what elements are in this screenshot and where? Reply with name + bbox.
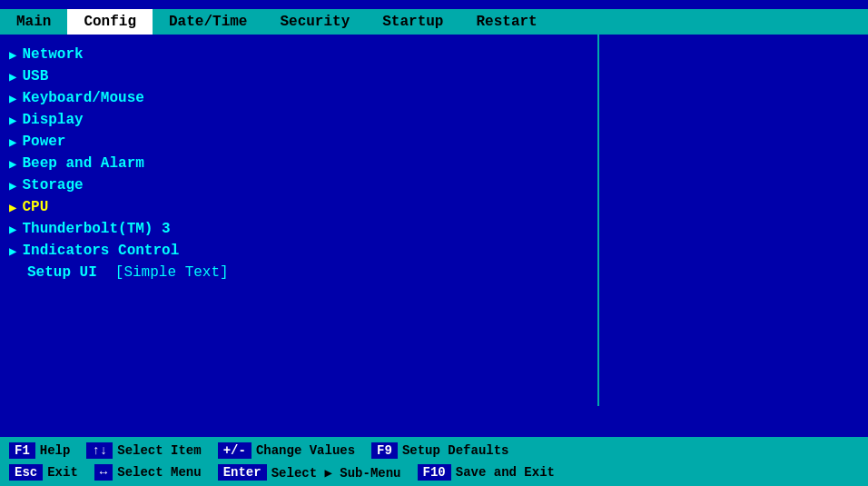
bottom-key: F10 [418,464,451,481]
bottom-bar: F1Help↑↓Select Item+/-Change ValuesF9Set… [0,437,868,486]
menu-label: USB [22,68,48,84]
nav-item-security[interactable]: Security [263,9,366,35]
menu-item-indicators-control[interactable]: ▶Indicators Control [9,240,588,262]
menu-label: Indicators Control [22,243,179,259]
menu-label: Display [22,112,83,128]
bottom-desc: Select ▶ Sub-Menu [271,465,401,481]
bottom-item: EnterSelect ▶ Sub-Menu [218,464,401,481]
arrow-icon: ▶ [9,47,16,63]
menu-label: Network [22,46,83,63]
arrow-icon: ▶ [9,200,16,215]
bottom-desc: Select Menu [117,465,201,480]
bottom-row-2: EscExit↔Select MenuEnterSelect ▶ Sub-Men… [9,464,859,481]
menu-label: Power [22,134,65,150]
bottom-item: +/-Change Values [218,442,355,459]
menu-label: Keyboard/Mouse [22,90,143,106]
menu-item-thunderbolt-tm--3[interactable]: ▶Thunderbolt(TM) 3 [9,218,588,240]
arrow-icon: ▶ [9,222,16,237]
arrow-icon: ▶ [9,113,16,128]
menu-label: Setup UI [27,264,97,281]
bottom-key: F1 [9,442,35,459]
menu-item-usb[interactable]: ▶USB [9,65,588,87]
bottom-item: ↑↓Select Item [86,442,201,459]
menu-item-display[interactable]: ▶Display [9,109,588,131]
page-title [0,0,868,9]
menu-label: Beep and Alarm [22,155,143,172]
menu-label: Thunderbolt(TM) 3 [22,221,170,237]
bottom-row-1: F1Help↑↓Select Item+/-Change ValuesF9Set… [9,442,859,459]
left-panel: ▶Network▶USB▶Keyboard/Mouse▶Display▶Powe… [0,35,599,406]
menu-label: CPU [22,199,48,215]
menu-item-network[interactable]: ▶Network [9,44,588,65]
menu-item-power[interactable]: ▶Power [9,131,588,153]
bottom-desc: Exit [47,465,78,480]
nav-item-restart[interactable]: Restart [459,9,553,35]
bottom-key: Enter [218,464,267,481]
bottom-key: F9 [371,442,398,459]
bottom-desc: Help [40,443,71,458]
bottom-key: ↔ [94,464,113,481]
bottom-item: EscExit [9,464,78,481]
menu-item-setup-ui[interactable]: Setup UI[Simple Text] [9,262,588,283]
arrow-icon: ▶ [9,91,16,106]
bottom-key: +/- [218,442,252,459]
right-panel [599,35,868,406]
bottom-item: ↔Select Menu [94,464,202,481]
menu-item-keyboard-mouse[interactable]: ▶Keyboard/Mouse [9,87,588,109]
nav-item-date-time[interactable]: Date/Time [153,9,263,35]
bottom-item: F1Help [9,442,70,459]
bottom-item: F10Save and Exit [418,464,555,481]
arrow-icon: ▶ [9,178,16,193]
menu-item-beep-and-alarm[interactable]: ▶Beep and Alarm [9,153,588,174]
menu-item-cpu[interactable]: ▶CPU [9,196,588,218]
bottom-item: F9Setup Defaults [371,442,508,459]
nav-item-config[interactable]: Config [67,9,153,35]
nav-item-startup[interactable]: Startup [366,9,459,35]
bottom-desc: Save and Exit [456,465,555,480]
bottom-key: ↑↓ [86,442,113,459]
arrow-icon: ▶ [9,134,16,150]
bottom-desc: Select Item [117,443,201,458]
main-content: ▶Network▶USB▶Keyboard/Mouse▶Display▶Powe… [0,35,868,406]
nav-bar: MainConfigDate/TimeSecurityStartupRestar… [0,9,868,35]
arrow-icon: ▶ [9,156,16,172]
bottom-desc: Change Values [256,443,355,458]
arrow-icon: ▶ [9,69,16,84]
menu-value: [Simple Text] [115,264,229,281]
arrow-icon: ▶ [9,243,16,259]
menu-item-storage[interactable]: ▶Storage [9,174,588,196]
menu-label: Storage [22,177,83,193]
nav-item-main[interactable]: Main [0,9,67,35]
bottom-key: Esc [9,464,43,481]
bottom-desc: Setup Defaults [402,443,509,458]
